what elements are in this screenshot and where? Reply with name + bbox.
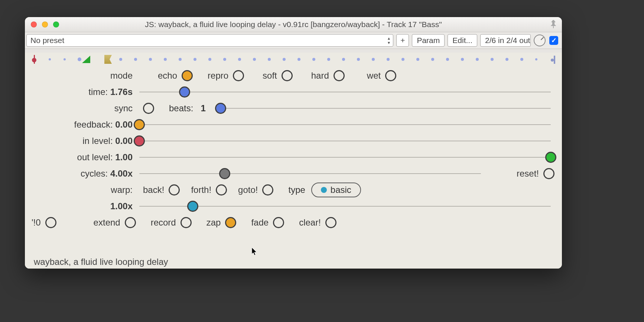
zap-action[interactable]: zap: [206, 217, 237, 228]
outlevel-slider[interactable]: [139, 157, 551, 158]
time-slider-knob[interactable]: [179, 86, 190, 98]
zoom-icon[interactable]: [53, 22, 59, 27]
strip-tick: [327, 58, 330, 61]
io-button[interactable]: [45, 217, 56, 228]
beats-slider-knob[interactable]: [215, 103, 226, 114]
loop-end-icon: [554, 56, 555, 64]
add-preset-button[interactable]: +: [396, 34, 409, 47]
minimize-icon[interactable]: [42, 22, 48, 27]
strip-tick: [208, 58, 211, 61]
reset-label: reset!: [517, 168, 539, 179]
close-icon[interactable]: [31, 22, 37, 27]
feedback-slider[interactable]: [139, 124, 551, 125]
fade-button[interactable]: [273, 217, 284, 228]
record-action[interactable]: record: [151, 217, 192, 228]
sync-label: sync: [25, 103, 136, 114]
zap-button[interactable]: [225, 217, 236, 228]
strip-tick: [505, 58, 508, 61]
warp-back[interactable]: back!: [143, 184, 180, 196]
feedback-label: feedback: 0.00: [25, 119, 136, 130]
io-toggle[interactable]: '!0: [32, 217, 56, 228]
preset-dropdown[interactable]: No preset ▴▾: [26, 34, 393, 47]
warp-goto[interactable]: goto!: [238, 184, 273, 196]
zap-label: zap: [206, 217, 221, 228]
outlevel-slider-knob[interactable]: [545, 152, 556, 163]
mode-hard-option[interactable]: hard: [311, 70, 345, 81]
clear-action[interactable]: clear!: [299, 217, 336, 228]
mode-wet-option[interactable]: wet: [367, 70, 396, 81]
actions-row: '!0 extend record zap: [25, 214, 562, 231]
strip-tick: [223, 58, 226, 61]
record-label: record: [151, 217, 176, 228]
warp-type-dot-icon: [321, 187, 327, 193]
inlevel-row: in level: 0.00: [25, 133, 562, 149]
mode-repro-radio[interactable]: [233, 70, 244, 81]
wet-dry-knob[interactable]: [534, 34, 546, 46]
warp-type-chip[interactable]: basic: [311, 183, 361, 197]
warp-speed-slider-knob[interactable]: [187, 201, 198, 212]
strip-tick: [297, 58, 300, 61]
edit-button[interactable]: Edit...: [448, 34, 477, 47]
cycles-slider[interactable]: [139, 173, 481, 174]
mode-repro-option[interactable]: repro: [208, 70, 244, 81]
mode-soft-label: soft: [263, 70, 277, 81]
warp-type-label: type: [288, 185, 305, 195]
mode-wet-label: wet: [367, 70, 381, 81]
warp-forth[interactable]: forth!: [191, 184, 227, 196]
strip-tick: [401, 58, 404, 61]
strip-tick: [78, 58, 81, 61]
extend-button[interactable]: [125, 217, 136, 228]
strip-tick: [476, 58, 479, 61]
mode-row: mode echo repro soft hard: [25, 68, 562, 84]
sync-toggle[interactable]: [143, 103, 154, 114]
inlevel-slider-knob[interactable]: [134, 135, 145, 147]
mode-wet-radio[interactable]: [385, 70, 396, 81]
inlevel-label: in level: 0.00: [25, 136, 136, 146]
record-button[interactable]: [180, 217, 192, 228]
strip-tick: [461, 58, 464, 61]
time-label: time: 1.76s: [25, 87, 136, 97]
mode-soft-radio[interactable]: [282, 70, 293, 81]
clear-button[interactable]: [325, 217, 336, 228]
mode-hard-radio[interactable]: [334, 70, 345, 81]
outlevel-row: out level: 1.00: [25, 149, 562, 165]
time-slider[interactable]: [139, 92, 551, 92]
strip-tick: [312, 58, 315, 61]
fade-action[interactable]: fade: [251, 217, 284, 228]
playhead-marker-icon: [34, 55, 35, 64]
mode-label: mode: [25, 70, 136, 81]
beats-slider[interactable]: [221, 108, 551, 109]
warp-back-button[interactable]: [169, 184, 180, 196]
routing-button[interactable]: 2/6 in 2/4 out: [480, 34, 531, 47]
strip-tick: [193, 58, 196, 61]
warp-forth-label: forth!: [191, 185, 211, 195]
strip-tick: [268, 58, 271, 61]
warp-goto-button[interactable]: [262, 184, 273, 196]
titlebar: JS: wayback, a fluid live looping delay …: [25, 17, 562, 32]
time-value: 1.76s: [110, 87, 133, 97]
mode-soft-option[interactable]: soft: [263, 70, 293, 81]
mode-echo-label: echo: [158, 70, 177, 81]
cycles-reset[interactable]: reset!: [517, 168, 554, 179]
reset-button[interactable]: [543, 168, 554, 179]
strip-tick: [238, 58, 241, 61]
io-label: '!0: [32, 217, 41, 228]
warp-speed-slider[interactable]: [139, 206, 551, 207]
mode-echo-radio[interactable]: [182, 70, 193, 81]
feedback-slider-knob[interactable]: [134, 119, 145, 130]
feedback-row: feedback: 0.00: [25, 116, 562, 133]
bypass-checkbox[interactable]: ✓: [549, 36, 558, 45]
warp-back-label: back!: [143, 185, 164, 195]
timeline-strip[interactable]: [32, 53, 555, 68]
inlevel-slider[interactable]: [139, 141, 551, 141]
strip-tick: [342, 58, 345, 61]
strip-tick: [535, 58, 537, 60]
cycles-slider-knob[interactable]: [219, 168, 230, 179]
strip-tick: [179, 58, 182, 61]
plugin-window: JS: wayback, a fluid live looping delay …: [25, 17, 562, 269]
extend-action[interactable]: extend: [94, 217, 136, 228]
mode-echo-option[interactable]: echo: [158, 70, 193, 81]
warp-forth-button[interactable]: [216, 184, 227, 196]
pin-icon[interactable]: [550, 20, 557, 30]
param-button[interactable]: Param: [412, 34, 445, 47]
